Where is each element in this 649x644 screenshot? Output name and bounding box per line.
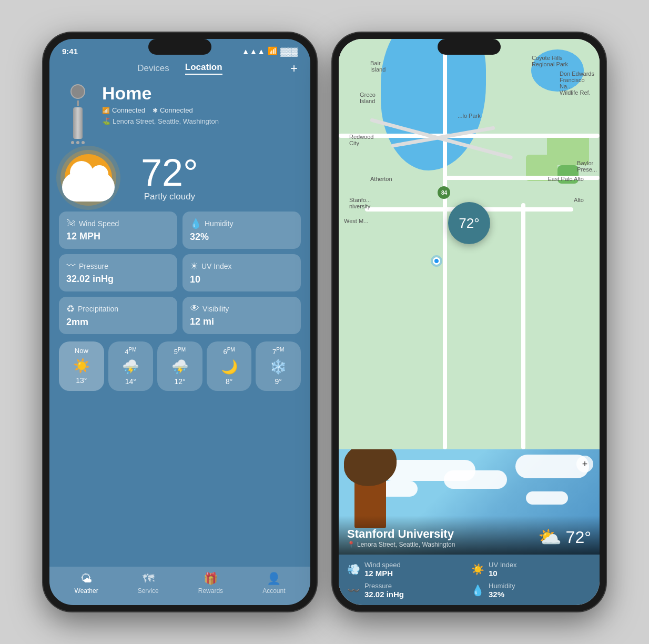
nav-account-label: Account bbox=[262, 587, 285, 595]
tab-devices[interactable]: Devices bbox=[137, 63, 169, 74]
visibility-card: 👁 Visibility 12 mi bbox=[182, 297, 301, 334]
status-icons: ▲▲▲ 📶 ▓▓▓ bbox=[242, 46, 298, 56]
map-label-bair: BairIsland bbox=[370, 60, 386, 73]
forecast-5pm[interactable]: 5PM ⛈️ 12° bbox=[157, 341, 202, 391]
visibility-value: 12 mi bbox=[190, 316, 293, 327]
weather-display: 72° Partly cloudy bbox=[49, 144, 310, 204]
notch-2 bbox=[438, 39, 501, 55]
wifi-status: Connected bbox=[112, 106, 145, 114]
map-pressure: 〰️ Pressure 32.02 inHg bbox=[347, 582, 467, 599]
wind-speed-card: 🌬 Wind Speed 12 MPH bbox=[59, 212, 177, 249]
map-water-1 bbox=[381, 39, 486, 170]
device-image bbox=[62, 84, 94, 144]
map-uv-index: ☀️ UV Index 10 bbox=[471, 561, 591, 578]
map-humidity-value: 32% bbox=[489, 590, 515, 599]
pressure-value: 32.02 inHg bbox=[66, 274, 170, 285]
map-road-h1 bbox=[339, 134, 600, 138]
card-location-sub: 📍 Lenora Street, Seattle, Washington bbox=[347, 541, 455, 548]
forecast-4pm-temp: 14° bbox=[115, 377, 147, 386]
map-uv-info: UV Index 10 bbox=[489, 561, 516, 578]
wifi-badge: 📶 Connected bbox=[102, 106, 145, 114]
device-address: ⛳ Lenora Street, Seattle, Washington bbox=[102, 117, 219, 125]
visibility-label: 👁 Visibility bbox=[190, 303, 293, 314]
device-visual bbox=[62, 84, 94, 144]
metrics-grid: 🌬 Wind Speed 12 MPH 💧 Humidity 32% 〰 bbox=[49, 204, 310, 341]
map-label-menlo: ...lo Park bbox=[458, 113, 480, 119]
nav-account[interactable]: 👤 Account bbox=[262, 572, 285, 595]
forecast-7pm[interactable]: 7PM ❄️ 9° bbox=[256, 341, 301, 391]
nav-tabs: Devices Location + bbox=[49, 58, 310, 80]
map-label-coyote: Coyote HillsRegional Park bbox=[532, 55, 568, 67]
map-temperature: 72° bbox=[459, 215, 479, 232]
device-neck bbox=[77, 100, 79, 106]
tab-location[interactable]: Location bbox=[185, 62, 222, 75]
forecast-5pm-temp: 12° bbox=[164, 377, 196, 386]
map-pressure-value: 32.02 inHg bbox=[364, 590, 404, 599]
map-label-westm: West M... bbox=[344, 218, 368, 224]
phone-1: 9:41 ▲▲▲ 📶 ▓▓▓ Devices Location + bbox=[43, 33, 317, 611]
forecast-now[interactable]: Now ☀️ 13° bbox=[59, 341, 104, 391]
forecast-6pm[interactable]: 6PM 🌙 8° bbox=[207, 341, 252, 391]
device-head bbox=[70, 84, 85, 99]
precipitation-card: ♻ Precipitation 2mm bbox=[59, 297, 177, 334]
map-wind-icon: 💨 bbox=[347, 563, 360, 576]
phone-1-screen: 9:41 ▲▲▲ 📶 ▓▓▓ Devices Location + bbox=[49, 39, 310, 605]
phone-2: Coyote HillsRegional Park Don EdwardsFra… bbox=[332, 33, 606, 611]
map-label-baylor: BaylorPrese... bbox=[577, 160, 597, 173]
uv-label: ☀ UV Index bbox=[190, 260, 293, 272]
map-card-header: Stanford University 📍 Lenora Street, Sea… bbox=[339, 449, 600, 555]
humidity-label: 💧 Humidity bbox=[190, 218, 293, 229]
map-wind-value: 12 MPH bbox=[364, 569, 401, 578]
uv-value: 10 bbox=[190, 274, 293, 285]
uv-card: ☀ UV Index 10 bbox=[182, 254, 301, 291]
nav-rewards[interactable]: 🎁 Rewards bbox=[198, 572, 223, 595]
nav-weather-label: Weather bbox=[75, 587, 98, 595]
forecast-7pm-temp: 9° bbox=[262, 377, 295, 386]
temperature-area: 72° Partly cloudy bbox=[141, 154, 198, 202]
precipitation-label: ♻ Precipitation bbox=[66, 303, 170, 315]
humidity-value: 32% bbox=[190, 232, 293, 243]
map-label-stanford: Stanfo...niversity bbox=[349, 197, 371, 209]
map-pressure-info: Pressure 32.02 inHg bbox=[364, 582, 404, 599]
map-humidity-icon: 💧 bbox=[471, 584, 484, 597]
wind-icon: 🌬 bbox=[66, 218, 76, 229]
account-nav-icon: 👤 bbox=[267, 572, 281, 586]
nav-weather[interactable]: 🌤 Weather bbox=[75, 572, 98, 595]
map-uv-label: UV Index bbox=[489, 561, 516, 569]
forecast-6pm-temp: 8° bbox=[213, 377, 246, 386]
map-road-v2 bbox=[521, 203, 525, 449]
forecast-6pm-label: 6PM bbox=[213, 347, 246, 356]
humidity-icon: 💧 bbox=[190, 218, 201, 229]
add-location-button-2[interactable]: + bbox=[576, 456, 593, 472]
weather-nav-icon: 🌤 bbox=[80, 572, 92, 586]
forecast-7pm-icon: ❄️ bbox=[262, 359, 295, 375]
humidity-card: 💧 Humidity 32% bbox=[182, 212, 301, 249]
map-location-card: Stanford University 📍 Lenora Street, Sea… bbox=[339, 449, 600, 605]
forecast-7pm-label: 7PM bbox=[262, 347, 295, 356]
highway-badge-84: 84 bbox=[438, 186, 450, 199]
device-details: Home 📶 Connected ✱ Connected ⛳ Len bbox=[102, 84, 219, 125]
status-time: 9:41 bbox=[62, 47, 78, 56]
forecast-4pm-label: 4PM bbox=[115, 347, 147, 356]
map-wind-label: Wind speed bbox=[364, 561, 401, 569]
add-location-button[interactable]: + bbox=[290, 61, 298, 76]
weather-icon-area bbox=[62, 152, 130, 204]
map-card-overlay: Stanford University 📍 Lenora Street, Sea… bbox=[339, 516, 600, 555]
cloud-icon bbox=[62, 173, 115, 202]
map-pressure-icon: 〰️ bbox=[347, 584, 360, 597]
map-humidity-info: Humidity 32% bbox=[489, 582, 515, 599]
notch-1 bbox=[148, 39, 211, 55]
card-temp-badge: ⛅ 72° bbox=[538, 526, 591, 548]
map-uv-icon: ☀️ bbox=[471, 563, 484, 576]
phone-2-screen: Coyote HillsRegional Park Don EdwardsFra… bbox=[339, 39, 600, 605]
card-location-name: Stanford University bbox=[347, 527, 455, 541]
map-area[interactable]: Coyote HillsRegional Park Don EdwardsFra… bbox=[339, 39, 600, 449]
forecast-6pm-icon: 🌙 bbox=[213, 359, 246, 375]
map-card-metrics: 💨 Wind speed 12 MPH ☀️ UV Index 10 bbox=[339, 555, 600, 605]
nav-service[interactable]: 🗺 Service bbox=[138, 572, 159, 595]
bt-badge: ✱ Connected bbox=[153, 106, 193, 114]
forecast-4pm[interactable]: 4PM ⛈️ 14° bbox=[108, 341, 154, 391]
bluetooth-icon: ✱ bbox=[153, 107, 158, 114]
map-label-don: Don EdwardsFranciscoNa...Wildlife Ref. bbox=[560, 71, 594, 96]
photo-cloud-2 bbox=[444, 470, 507, 489]
